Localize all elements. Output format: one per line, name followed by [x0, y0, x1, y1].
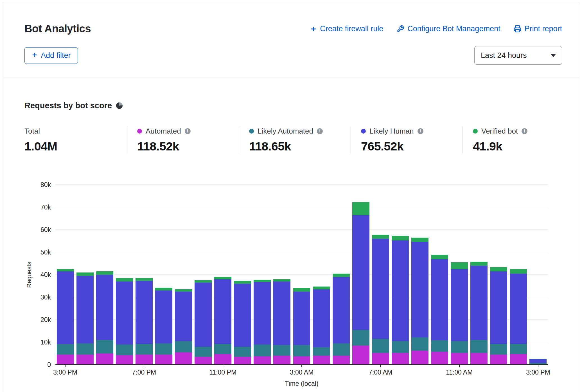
bar-segment-likely-human — [273, 281, 290, 345]
create-firewall-rule-link[interactable]: Create firewall rule — [310, 24, 383, 33]
chart-bar[interactable] — [490, 185, 507, 365]
printer-icon — [514, 25, 521, 33]
bar-slot — [351, 185, 371, 365]
bar-slot — [450, 185, 469, 365]
chart-bar[interactable] — [372, 185, 389, 365]
bar-segment-likely-automated — [155, 343, 172, 355]
info-icon[interactable]: i — [185, 128, 191, 134]
x-tick-label: 3:00 PM — [53, 369, 77, 376]
time-range-select[interactable]: Last 24 hours — [474, 46, 562, 65]
chart-bar[interactable] — [510, 185, 527, 365]
y-axis-title: Requests — [24, 185, 34, 365]
bar-slot — [410, 185, 430, 365]
bar-segment-likely-automated — [234, 347, 251, 357]
bar-segment-verified-bot — [431, 255, 448, 259]
bar-segment-verified-bot — [372, 235, 389, 239]
bar-segment-likely-human — [57, 271, 74, 344]
info-icon[interactable]: i — [522, 128, 527, 134]
bar-segment-likely-automated — [136, 344, 153, 355]
chart-bar[interactable] — [175, 185, 192, 365]
header: Bot Analytics Create firewall rule Confi… — [3, 3, 579, 78]
chart-bar[interactable] — [76, 185, 94, 365]
bar-segment-verified-bot — [76, 272, 94, 276]
bar-slot — [95, 185, 114, 365]
bar-segment-automated — [76, 355, 94, 365]
bar-segment-automated — [490, 355, 507, 365]
print-report-link[interactable]: Print report — [514, 24, 562, 33]
bar-segment-verified-bot — [470, 262, 488, 266]
chart-bar[interactable] — [451, 185, 468, 365]
bar-slot — [272, 185, 292, 365]
bar-segment-likely-automated — [392, 341, 409, 353]
chart-bar[interactable] — [293, 185, 310, 365]
x-axis-tick — [301, 365, 302, 367]
chart-bar[interactable] — [116, 185, 133, 365]
bar-segment-automated — [254, 356, 271, 365]
chart-plot-area — [55, 185, 548, 365]
bar-segment-likely-automated — [273, 345, 290, 356]
bar-slot — [528, 185, 548, 365]
bar-slot — [75, 185, 95, 365]
chart-bar[interactable] — [313, 185, 330, 365]
bar-segment-verified-bot — [175, 289, 192, 292]
bar-segment-likely-automated — [195, 347, 212, 357]
bar-segment-automated — [352, 346, 369, 365]
bar-segment-verified-bot — [195, 280, 212, 283]
x-axis-tick — [144, 365, 144, 367]
bar-segment-automated — [273, 356, 290, 365]
stat-likely-automated-value: 118.65k — [249, 139, 351, 153]
chart-bar[interactable] — [136, 185, 153, 365]
chart-bar[interactable] — [254, 185, 271, 365]
bar-segment-likely-automated — [431, 340, 448, 352]
chart-bar[interactable] — [352, 185, 369, 365]
bar-slot — [134, 185, 154, 365]
bar-slot — [213, 185, 233, 365]
bar-segment-likely-automated — [175, 341, 192, 352]
y-tick-label: 40k — [40, 271, 51, 279]
chart-bar[interactable] — [195, 185, 212, 365]
bar-segment-likely-automated — [76, 343, 94, 355]
bar-segment-likely-automated — [96, 340, 113, 353]
bar-slot — [509, 185, 528, 365]
chart-bar[interactable] — [214, 185, 231, 365]
bar-slot — [193, 185, 213, 365]
chart-bar[interactable] — [529, 185, 547, 365]
y-tick-label: 60k — [40, 226, 51, 234]
x-tick-label: 11:00 PM — [209, 369, 236, 376]
bar-segment-automated — [431, 352, 448, 365]
chart-bar[interactable] — [411, 185, 428, 365]
bar-segment-verified-bot — [155, 288, 172, 290]
chart-bar[interactable] — [234, 185, 251, 365]
chart-bar[interactable] — [392, 185, 409, 365]
info-icon[interactable]: i — [317, 128, 323, 134]
bar-segment-verified-bot — [234, 281, 251, 284]
chart-bar[interactable] — [96, 185, 113, 365]
chart-bar[interactable] — [273, 185, 290, 365]
chart-bar[interactable] — [155, 185, 172, 365]
chart-bar[interactable] — [57, 185, 74, 365]
bar-segment-likely-automated — [313, 347, 330, 356]
chart-bar[interactable] — [333, 185, 350, 365]
header-actions: Create firewall rule Configure Bot Manag… — [310, 24, 562, 33]
info-icon[interactable]: i — [418, 128, 423, 134]
bar-segment-verified-bot — [510, 269, 527, 274]
bar-segment-verified-bot — [451, 262, 468, 269]
bar-segment-automated — [470, 353, 488, 365]
bar-segment-likely-automated — [510, 344, 527, 354]
pie-chart-icon[interactable] — [116, 102, 123, 109]
configure-bot-management-link[interactable]: Configure Bot Management — [397, 24, 500, 33]
bar-segment-automated — [313, 356, 330, 365]
chevron-down-icon — [551, 54, 556, 57]
bot-analytics-card: Bot Analytics Create firewall rule Confi… — [3, 3, 579, 392]
chart-bar[interactable] — [470, 185, 488, 365]
add-filter-button[interactable]: Add filter — [24, 47, 78, 64]
stat-automated-label: Automated — [146, 127, 181, 136]
chart-bar[interactable] — [431, 185, 448, 365]
chart-bars — [55, 185, 548, 365]
bar-segment-likely-automated — [470, 340, 488, 353]
likely-automated-dot-icon — [249, 129, 254, 134]
bar-segment-verified-bot — [116, 278, 133, 281]
likely-human-dot-icon — [361, 129, 366, 134]
y-tick-label: 50k — [40, 249, 51, 256]
bar-segment-automated — [96, 353, 113, 365]
